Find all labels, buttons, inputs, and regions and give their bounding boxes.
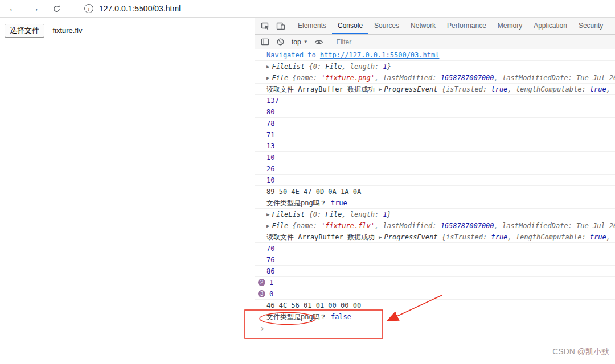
console-message: 80 [255,106,615,118]
console-text: File [325,63,342,71]
expand-arrow-icon[interactable]: ▶ [266,220,269,231]
console-text: 文件类型是png吗？ [266,313,331,321]
console-text: 读取文件 ArrayBuffer 数据成功 [266,85,379,93]
console-text: , lengthComputable: [507,85,590,93]
console-text: {0: [309,63,325,71]
devtools-tab-bar: ElementsConsoleSourcesNetworkPerformance… [255,18,615,35]
console-text: 71 [266,131,274,139]
console-text: true [331,199,347,207]
context-label: top [292,38,301,46]
console-message: 70 [255,243,615,254]
console-message: 13 [255,140,615,152]
tab-console[interactable]: Console [332,18,368,34]
console-message: 78 [255,118,615,129]
tab-elements[interactable]: Elements [292,18,332,34]
tab-memory[interactable]: Memory [492,18,528,34]
console-text: ProgressEvent [384,85,442,93]
clear-console-icon[interactable] [273,38,288,46]
console-text: Tue Jul 26 2022 08 [576,74,615,82]
console-text: 1 [383,63,387,71]
console-text: , loaded: [606,233,615,241]
tab-security[interactable]: Security [573,18,609,34]
console-text: FileList [272,210,309,218]
console-text: 1658787007000 [441,74,494,82]
console-text: 'fixture.flv' [321,222,375,230]
console-text: 86 [266,267,274,275]
console-text: Navigated to [266,51,320,59]
repeat-count-badge: 2 [258,279,265,286]
expand-arrow-icon[interactable]: ▶ [266,61,269,72]
expand-arrow-icon[interactable]: ▶ [379,231,382,243]
console-text: File [272,222,292,230]
console-text: 137 [266,97,279,105]
prompt-chevron-icon: › [260,324,265,334]
console-text: 80 [266,108,274,116]
console-text: true [491,85,507,93]
console-message: 137 [255,95,615,106]
console-text: {name: [293,222,322,230]
console-message: 26 [255,163,615,175]
address-bar[interactable]: 127.0.0.1:5500/03.html [99,4,181,13]
expand-arrow-icon[interactable]: ▶ [379,84,382,95]
console-text: 26 [266,165,274,173]
execution-context-selector[interactable]: top ▼ [292,38,308,46]
console-text: {name: [293,74,322,82]
console-text: , lengthComputable: [507,233,590,241]
console-text: false [331,313,351,321]
reload-icon[interactable] [50,2,63,15]
page-info-icon[interactable]: i [84,4,93,13]
console-message[interactable]: ▶FileList {0: File, length: 1} [255,61,615,72]
console-message: 21 [255,277,615,288]
expand-arrow-icon[interactable]: ▶ [266,209,269,220]
console-text: 70 [266,245,274,253]
console-text: 13 [266,142,274,150]
tab-performance[interactable]: Performance [441,18,492,34]
console-text: 1 [383,210,387,218]
console-prompt[interactable]: › [255,322,615,335]
console-link[interactable]: http://127.0.0.1:5500/03.html [320,51,440,59]
console-sidebar-icon[interactable] [257,38,273,46]
file-input-button[interactable]: 选择文件 [5,24,44,38]
console-text: File [272,74,292,82]
devtools-panel: ElementsConsoleSourcesNetworkPerformance… [255,18,615,363]
main-area: 选择文件 fixture.flv ElementsConsoleSourcesN… [0,18,615,363]
console-log: Navigated to http://127.0.0.1:5500/03.ht… [255,49,615,322]
console-text: 1 [269,279,273,287]
console-message[interactable]: ▶File {name: 'fixture.flv', lastModified… [255,220,615,231]
console-text: 10 [266,176,274,184]
console-text: , lastModified: [375,222,441,230]
console-message: 文件类型是png吗？ true [255,197,615,209]
console-text: 读取文件 ArrayBuffer 数据成功 [266,233,379,241]
console-text: File [325,210,342,218]
console-message[interactable]: ▶File {name: 'fixture.png', lastModified… [255,72,615,84]
device-toolbar-icon[interactable] [273,18,288,34]
console-text: , loaded: [606,85,615,93]
console-text: ProgressEvent [384,233,442,241]
console-text: true [590,85,606,93]
console-message: 30 [255,288,615,300]
expand-arrow-icon[interactable]: ▶ [266,72,269,84]
live-expression-eye-icon[interactable] [311,38,327,47]
console-message: 89 50 4E 47 0D 0A 1A 0A [255,186,615,197]
console-text: , lastModifiedDate: [494,222,577,230]
console-message: 76 [255,254,615,266]
console-message: 46 4C 56 01 01 00 00 00 [255,300,615,311]
console-message[interactable]: 读取文件 ArrayBuffer 数据成功 ▶ProgressEvent {is… [255,231,615,243]
console-filter-input[interactable] [335,38,461,47]
web-page: 选择文件 fixture.flv [0,18,255,363]
selected-file-name: fixture.flv [52,26,82,35]
back-icon[interactable]: ← [7,2,19,15]
console-message: 10 [255,175,615,186]
console-text: 0 [269,290,273,298]
tab-sources[interactable]: Sources [368,18,405,34]
console-message[interactable]: ▶FileList {0: File, length: 1} [255,209,615,220]
forward-icon[interactable]: → [28,2,41,15]
console-message[interactable]: 读取文件 ArrayBuffer 数据成功 ▶ProgressEvent {is… [255,84,615,95]
console-text: 89 50 4E 47 0D 0A 1A 0A [266,188,361,196]
console-text: , length: [342,210,383,218]
console-text: 78 [266,119,274,127]
console-message: 10 [255,152,615,163]
inspect-element-icon[interactable] [257,18,273,34]
tab-application[interactable]: Application [528,18,573,34]
tab-network[interactable]: Network [405,18,441,34]
